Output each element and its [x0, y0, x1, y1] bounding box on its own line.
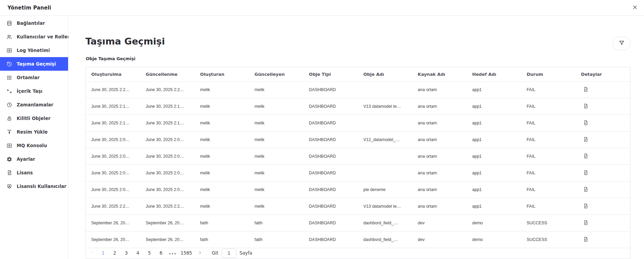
list-icon [6, 75, 12, 81]
table-cell: app1 [467, 81, 521, 98]
sidebar-item-label: Ayarlar [17, 157, 35, 162]
table-cell: demo [467, 231, 521, 248]
table-cell: June 30, 2025 2:1… [86, 115, 140, 131]
table-cell: dev [412, 214, 467, 231]
table-cell: melik [195, 131, 249, 148]
lock-icon [6, 116, 12, 121]
table-cell: June 30, 2025 2:0… [86, 165, 140, 181]
pagination: 123456•••1585GitSayfa [86, 248, 630, 258]
details-cell [576, 198, 630, 214]
table-cell: June 30, 2025 2:1… [140, 98, 195, 115]
page-number-button[interactable]: 5 [146, 248, 153, 258]
sidebar-item-kullanicilar-ve-roller[interactable]: Kullanıcılar ve Roller [0, 30, 68, 44]
table-cell: melik [249, 98, 304, 115]
sidebar-item-label: Log Yönetimi [17, 48, 50, 53]
chevron-right-icon [198, 251, 202, 256]
table-row: June 30, 2025 2:2…June 30, 2025 2:2…meli… [86, 81, 630, 98]
table-cell: SUCCESS [521, 231, 576, 248]
sidebar-item-resim-yukle[interactable]: Resim Yükle [0, 125, 68, 139]
table-cell: app1 [467, 98, 521, 115]
table-cell: melik [195, 148, 249, 165]
page-number-button[interactable]: 2 [111, 248, 118, 258]
page-number-button[interactable]: 3 [123, 248, 130, 258]
table-cell: ana ortam [412, 198, 467, 214]
table-row: June 30, 2025 2:0…June 30, 2025 2:0…meli… [86, 165, 630, 181]
sidebar-item-label: Zamanlamalar [17, 102, 53, 107]
document-icon [583, 121, 589, 126]
chevron-left-icon [90, 251, 94, 256]
goto-unit-label: Sayfa [240, 251, 252, 256]
details-cell [576, 98, 630, 115]
table-cell: melik [249, 181, 304, 198]
table-cell: June 30, 2025 2:0… [140, 148, 195, 165]
details-button[interactable] [581, 153, 589, 160]
table-cell [358, 148, 412, 165]
table-cell: DASHBOARD [304, 165, 358, 181]
table-cell: FAIL [521, 115, 576, 131]
main-content: Taşıma Geçmişi Obje Taşıma Geçmişi Oluşt… [68, 16, 644, 259]
column-header: Detaylar [576, 67, 630, 81]
details-button[interactable] [581, 236, 589, 243]
users-icon [6, 34, 12, 40]
clock-icon [6, 102, 12, 108]
column-header: Güncelleyen [249, 67, 304, 81]
table-cell: DASHBOARD [304, 98, 358, 115]
sidebar-item-lisans[interactable]: Lisans [0, 166, 68, 179]
document-icon [583, 238, 589, 243]
details-cell [576, 214, 630, 231]
details-button[interactable] [581, 169, 589, 176]
goto-page-input[interactable] [222, 248, 237, 258]
details-button[interactable] [581, 186, 589, 193]
shield-user-icon [6, 184, 12, 189]
sidebar-item-kilitli-objeler[interactable]: Kilitli Objeler [0, 111, 68, 125]
sidebar-item-ayarlar[interactable]: Ayarlar [0, 152, 68, 166]
table-cell: June 30, 2025 2:0… [140, 181, 195, 198]
filter-button[interactable] [612, 37, 631, 50]
details-button[interactable] [581, 219, 589, 226]
table-cell: ana ortam [412, 81, 467, 98]
sidebar-item-mq-konsolu[interactable]: MQ Konsolu [0, 139, 68, 152]
sidebar-item-label: MQ Konsolu [17, 143, 47, 148]
close-icon[interactable] [631, 4, 639, 12]
last-page-button[interactable]: 1585 [180, 248, 192, 258]
sidebar-item-log-yonetimi[interactable]: Log Yönetimi [0, 44, 68, 57]
table-cell [358, 115, 412, 131]
page-number-button[interactable]: 6 [157, 248, 165, 258]
sidebar-item-baglantilar[interactable]: Bağlantılar [0, 16, 68, 30]
sidebar-item-tasima-gecmisi[interactable]: Taşıma Geçmişi [0, 57, 68, 71]
table-cell: melik [195, 98, 249, 115]
details-button[interactable] [581, 203, 589, 210]
page-number-button[interactable]: 1 [99, 248, 107, 258]
table-cell: June 30, 2025 2:1… [86, 98, 140, 115]
previous-page-button[interactable] [88, 248, 95, 258]
table-cell: pie deneme [358, 181, 412, 198]
sidebar-item-zamanlamalar[interactable]: Zamanlamalar [0, 98, 68, 111]
details-cell [576, 131, 630, 148]
table-cell: melik [195, 115, 249, 131]
pagination-ellipsis[interactable]: ••• [169, 248, 176, 258]
details-button[interactable] [581, 86, 589, 93]
details-button[interactable] [581, 119, 589, 126]
sidebar-nav: BağlantılarKullanıcılar ve RollerLog Yön… [0, 16, 68, 193]
sidebar-item-lisansli-kullanicilar[interactable]: Lisanslı Kullanıcılar [0, 179, 68, 193]
table-cell: melik [249, 131, 304, 148]
table-cell: DASHBOARD [304, 148, 358, 165]
details-button[interactable] [581, 103, 589, 110]
table-cell: DASHBOARD [304, 198, 358, 214]
table-cell [358, 165, 412, 181]
table-cell: FAIL [521, 165, 576, 181]
table-cell: ana ortam [412, 115, 467, 131]
document-icon [583, 188, 589, 193]
table-cell: FAIL [521, 198, 576, 214]
goto-label: Git [212, 251, 218, 256]
table-cell: melik [249, 148, 304, 165]
sidebar-item-ortamlar[interactable]: Ortamlar [0, 71, 68, 84]
table-cell: app1 [467, 148, 521, 165]
table-cell: app1 [467, 165, 521, 181]
details-button[interactable] [581, 136, 589, 143]
table-cell: melik [249, 115, 304, 131]
page-number-button[interactable]: 4 [134, 248, 142, 258]
sidebar-item-icerik-tasi[interactable]: İçerik Taşı [0, 84, 68, 98]
next-page-button[interactable] [196, 248, 204, 258]
table-cell: DASHBOARD [304, 231, 358, 248]
